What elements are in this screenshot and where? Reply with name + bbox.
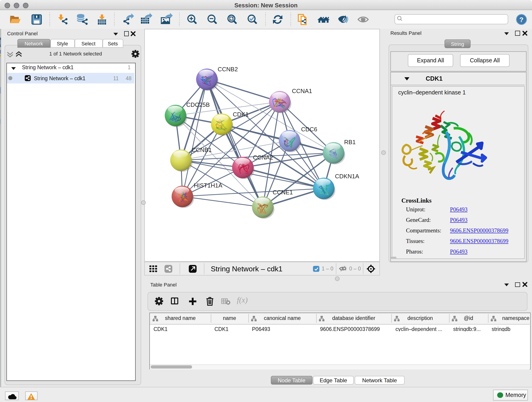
svg-text:RB1: RB1 [344, 139, 356, 146]
svg-text:?: ? [519, 16, 524, 23]
svg-text:CDKN1A: CDKN1A [335, 173, 359, 180]
svg-text:CCNA1: CCNA1 [292, 88, 312, 95]
svg-text:CCNA2: CCNA2 [253, 154, 273, 161]
svg-text:CDC25B: CDC25B [186, 101, 210, 108]
svg-text:HIST1H1A: HIST1H1A [194, 182, 222, 189]
svg-text:CCNB1: CCNB1 [191, 147, 212, 153]
svg-text:CCNB2: CCNB2 [218, 66, 238, 73]
svg-text:CDK1: CDK1 [233, 111, 249, 118]
svg-text:CCNE1: CCNE1 [273, 189, 293, 196]
svg-text:CDC6: CDC6 [301, 126, 317, 133]
